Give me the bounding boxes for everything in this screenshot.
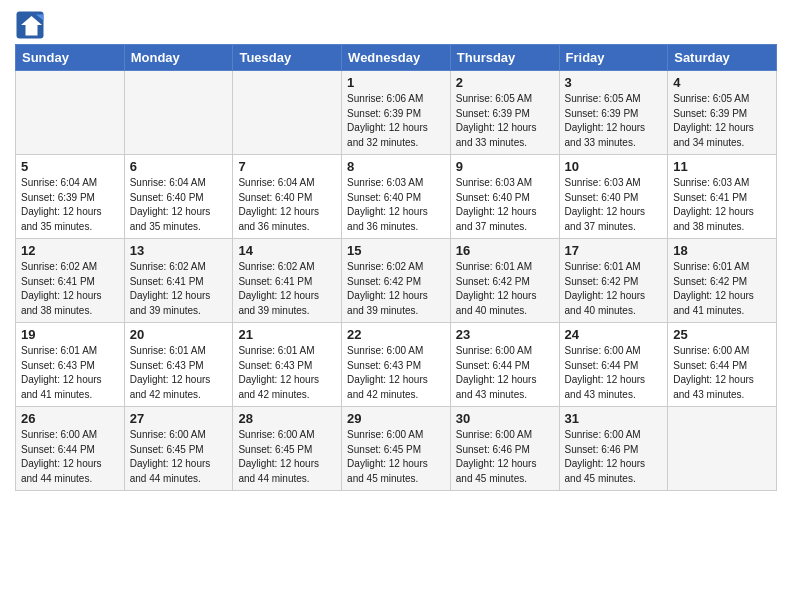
day-number: 6 (130, 159, 228, 174)
day-info: Sunrise: 6:01 AM Sunset: 6:43 PM Dayligh… (130, 344, 228, 402)
day-info: Sunrise: 6:00 AM Sunset: 6:44 PM Dayligh… (456, 344, 554, 402)
day-number: 19 (21, 327, 119, 342)
day-info: Sunrise: 6:06 AM Sunset: 6:39 PM Dayligh… (347, 92, 445, 150)
day-info: Sunrise: 6:00 AM Sunset: 6:46 PM Dayligh… (456, 428, 554, 486)
day-number: 5 (21, 159, 119, 174)
day-number: 30 (456, 411, 554, 426)
day-info: Sunrise: 6:04 AM Sunset: 6:39 PM Dayligh… (21, 176, 119, 234)
day-info: Sunrise: 6:04 AM Sunset: 6:40 PM Dayligh… (238, 176, 336, 234)
day-number: 11 (673, 159, 771, 174)
calendar-cell: 13Sunrise: 6:02 AM Sunset: 6:41 PM Dayli… (124, 239, 233, 323)
calendar-cell (233, 71, 342, 155)
calendar-cell: 1Sunrise: 6:06 AM Sunset: 6:39 PM Daylig… (342, 71, 451, 155)
calendar-table: SundayMondayTuesdayWednesdayThursdayFrid… (15, 44, 777, 491)
day-info: Sunrise: 6:02 AM Sunset: 6:41 PM Dayligh… (130, 260, 228, 318)
logo (15, 10, 49, 40)
day-number: 21 (238, 327, 336, 342)
day-header-sunday: Sunday (16, 45, 125, 71)
day-info: Sunrise: 6:03 AM Sunset: 6:40 PM Dayligh… (347, 176, 445, 234)
day-info: Sunrise: 6:00 AM Sunset: 6:44 PM Dayligh… (21, 428, 119, 486)
day-number: 8 (347, 159, 445, 174)
day-info: Sunrise: 6:05 AM Sunset: 6:39 PM Dayligh… (565, 92, 663, 150)
day-header-wednesday: Wednesday (342, 45, 451, 71)
day-info: Sunrise: 6:00 AM Sunset: 6:45 PM Dayligh… (238, 428, 336, 486)
day-number: 31 (565, 411, 663, 426)
calendar-cell: 2Sunrise: 6:05 AM Sunset: 6:39 PM Daylig… (450, 71, 559, 155)
day-number: 24 (565, 327, 663, 342)
day-number: 29 (347, 411, 445, 426)
calendar-cell: 29Sunrise: 6:00 AM Sunset: 6:45 PM Dayli… (342, 407, 451, 491)
calendar-cell: 27Sunrise: 6:00 AM Sunset: 6:45 PM Dayli… (124, 407, 233, 491)
calendar-cell: 3Sunrise: 6:05 AM Sunset: 6:39 PM Daylig… (559, 71, 668, 155)
day-number: 9 (456, 159, 554, 174)
day-info: Sunrise: 6:00 AM Sunset: 6:43 PM Dayligh… (347, 344, 445, 402)
calendar-cell: 25Sunrise: 6:00 AM Sunset: 6:44 PM Dayli… (668, 323, 777, 407)
day-info: Sunrise: 6:03 AM Sunset: 6:40 PM Dayligh… (565, 176, 663, 234)
calendar-cell: 8Sunrise: 6:03 AM Sunset: 6:40 PM Daylig… (342, 155, 451, 239)
calendar-cell: 22Sunrise: 6:00 AM Sunset: 6:43 PM Dayli… (342, 323, 451, 407)
day-number: 2 (456, 75, 554, 90)
day-info: Sunrise: 6:02 AM Sunset: 6:41 PM Dayligh… (238, 260, 336, 318)
day-info: Sunrise: 6:03 AM Sunset: 6:40 PM Dayligh… (456, 176, 554, 234)
day-info: Sunrise: 6:00 AM Sunset: 6:45 PM Dayligh… (347, 428, 445, 486)
calendar-cell (16, 71, 125, 155)
day-header-tuesday: Tuesday (233, 45, 342, 71)
day-number: 17 (565, 243, 663, 258)
day-number: 23 (456, 327, 554, 342)
day-number: 15 (347, 243, 445, 258)
day-info: Sunrise: 6:00 AM Sunset: 6:44 PM Dayligh… (565, 344, 663, 402)
day-info: Sunrise: 6:04 AM Sunset: 6:40 PM Dayligh… (130, 176, 228, 234)
calendar-cell: 6Sunrise: 6:04 AM Sunset: 6:40 PM Daylig… (124, 155, 233, 239)
calendar-cell: 17Sunrise: 6:01 AM Sunset: 6:42 PM Dayli… (559, 239, 668, 323)
calendar-cell: 5Sunrise: 6:04 AM Sunset: 6:39 PM Daylig… (16, 155, 125, 239)
day-info: Sunrise: 6:01 AM Sunset: 6:43 PM Dayligh… (21, 344, 119, 402)
day-header-friday: Friday (559, 45, 668, 71)
calendar-cell: 26Sunrise: 6:00 AM Sunset: 6:44 PM Dayli… (16, 407, 125, 491)
calendar-cell: 7Sunrise: 6:04 AM Sunset: 6:40 PM Daylig… (233, 155, 342, 239)
day-number: 26 (21, 411, 119, 426)
calendar-cell (124, 71, 233, 155)
day-number: 18 (673, 243, 771, 258)
day-header-saturday: Saturday (668, 45, 777, 71)
day-info: Sunrise: 6:01 AM Sunset: 6:42 PM Dayligh… (673, 260, 771, 318)
calendar-cell: 9Sunrise: 6:03 AM Sunset: 6:40 PM Daylig… (450, 155, 559, 239)
calendar-cell: 10Sunrise: 6:03 AM Sunset: 6:40 PM Dayli… (559, 155, 668, 239)
calendar-cell: 21Sunrise: 6:01 AM Sunset: 6:43 PM Dayli… (233, 323, 342, 407)
day-number: 13 (130, 243, 228, 258)
week-row-5: 26Sunrise: 6:00 AM Sunset: 6:44 PM Dayli… (16, 407, 777, 491)
day-header-thursday: Thursday (450, 45, 559, 71)
calendar-cell: 15Sunrise: 6:02 AM Sunset: 6:42 PM Dayli… (342, 239, 451, 323)
day-number: 7 (238, 159, 336, 174)
day-info: Sunrise: 6:03 AM Sunset: 6:41 PM Dayligh… (673, 176, 771, 234)
day-info: Sunrise: 6:01 AM Sunset: 6:42 PM Dayligh… (456, 260, 554, 318)
logo-icon (15, 10, 45, 40)
calendar-cell: 19Sunrise: 6:01 AM Sunset: 6:43 PM Dayli… (16, 323, 125, 407)
calendar-cell: 16Sunrise: 6:01 AM Sunset: 6:42 PM Dayli… (450, 239, 559, 323)
day-number: 3 (565, 75, 663, 90)
day-info: Sunrise: 6:05 AM Sunset: 6:39 PM Dayligh… (673, 92, 771, 150)
day-number: 14 (238, 243, 336, 258)
calendar-cell: 23Sunrise: 6:00 AM Sunset: 6:44 PM Dayli… (450, 323, 559, 407)
day-number: 20 (130, 327, 228, 342)
calendar-cell: 28Sunrise: 6:00 AM Sunset: 6:45 PM Dayli… (233, 407, 342, 491)
calendar-container: SundayMondayTuesdayWednesdayThursdayFrid… (0, 0, 792, 501)
day-number: 16 (456, 243, 554, 258)
calendar-cell: 18Sunrise: 6:01 AM Sunset: 6:42 PM Dayli… (668, 239, 777, 323)
calendar-cell: 11Sunrise: 6:03 AM Sunset: 6:41 PM Dayli… (668, 155, 777, 239)
day-info: Sunrise: 6:01 AM Sunset: 6:43 PM Dayligh… (238, 344, 336, 402)
calendar-cell: 14Sunrise: 6:02 AM Sunset: 6:41 PM Dayli… (233, 239, 342, 323)
day-info: Sunrise: 6:00 AM Sunset: 6:46 PM Dayligh… (565, 428, 663, 486)
week-row-4: 19Sunrise: 6:01 AM Sunset: 6:43 PM Dayli… (16, 323, 777, 407)
day-info: Sunrise: 6:00 AM Sunset: 6:44 PM Dayligh… (673, 344, 771, 402)
day-header-monday: Monday (124, 45, 233, 71)
calendar-cell: 12Sunrise: 6:02 AM Sunset: 6:41 PM Dayli… (16, 239, 125, 323)
day-number: 25 (673, 327, 771, 342)
day-number: 27 (130, 411, 228, 426)
day-number: 12 (21, 243, 119, 258)
week-row-2: 5Sunrise: 6:04 AM Sunset: 6:39 PM Daylig… (16, 155, 777, 239)
day-number: 4 (673, 75, 771, 90)
header (15, 10, 777, 40)
day-number: 1 (347, 75, 445, 90)
day-number: 22 (347, 327, 445, 342)
day-info: Sunrise: 6:01 AM Sunset: 6:42 PM Dayligh… (565, 260, 663, 318)
